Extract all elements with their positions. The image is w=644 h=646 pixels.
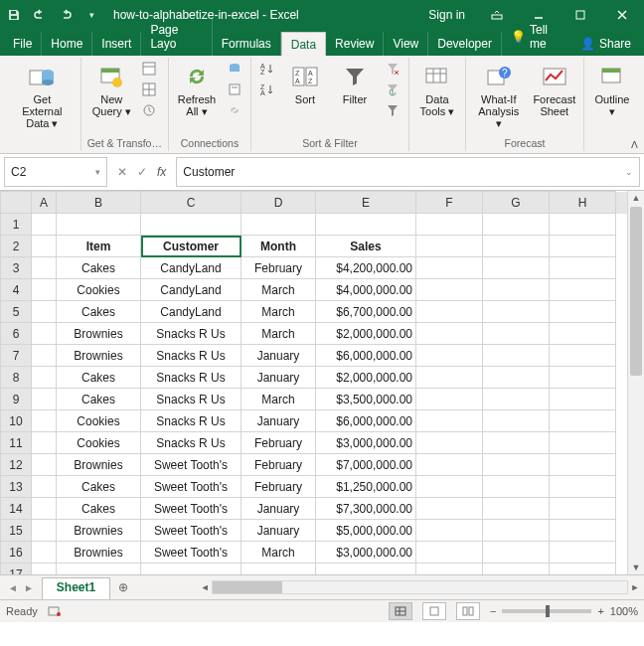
cell-C2[interactable]: Customer	[141, 236, 242, 257]
col-header-E[interactable]: E	[316, 192, 416, 214]
connections-button[interactable]	[225, 60, 244, 78]
cell-C14[interactable]: Sweet Tooth's	[141, 498, 242, 520]
tab-insert[interactable]: Insert	[92, 32, 141, 56]
sheet-nav[interactable]: ◄►	[0, 575, 42, 599]
share-button[interactable]: 👤Share	[571, 32, 640, 56]
row-header-17[interactable]: 17	[1, 564, 32, 575]
cell-A2[interactable]	[32, 236, 57, 257]
cell-G10[interactable]	[483, 410, 550, 432]
cell-F15[interactable]	[416, 520, 483, 542]
close-icon[interactable]	[604, 1, 640, 29]
cell-A15[interactable]	[32, 520, 57, 542]
tab-formulas[interactable]: Formulas	[213, 32, 281, 56]
forecast-sheet-button[interactable]: Forecast Sheet	[532, 60, 577, 119]
cell-H10[interactable]	[550, 410, 616, 432]
cell-F10[interactable]	[416, 410, 483, 432]
cell-A14[interactable]	[32, 498, 57, 520]
cell-F7[interactable]	[416, 345, 483, 367]
cell-A7[interactable]	[32, 345, 57, 367]
reapply-button[interactable]	[383, 81, 402, 98]
cell-C10[interactable]: Snacks R Us	[141, 410, 242, 432]
cell-G16[interactable]	[483, 542, 550, 564]
cell-B5[interactable]: Cakes	[57, 301, 141, 323]
cell-F11[interactable]	[416, 432, 483, 454]
cell-D6[interactable]: March	[242, 323, 316, 345]
cell-F14[interactable]	[416, 498, 483, 520]
cell-C3[interactable]: CandyLand	[141, 257, 242, 279]
normal-view-button[interactable]	[389, 602, 412, 620]
cell-A11[interactable]	[32, 432, 57, 454]
page-break-view-button[interactable]	[456, 602, 480, 620]
outline-button[interactable]: Outline ▾	[590, 60, 634, 119]
cell-A16[interactable]	[32, 542, 57, 564]
cell-D7[interactable]: January	[242, 345, 316, 367]
cell-D2[interactable]: Month	[242, 236, 316, 257]
cell-C16[interactable]: Sweet Tooth's	[141, 542, 242, 564]
cell-E10[interactable]: $6,000,000.00	[316, 410, 416, 432]
cell-D1[interactable]	[242, 214, 316, 236]
cell-E12[interactable]: $7,000,000.00	[316, 454, 416, 476]
cell-H12[interactable]	[550, 454, 616, 476]
show-queries-button[interactable]	[139, 60, 159, 78]
sheet-tab-1[interactable]: Sheet1	[42, 577, 110, 599]
zoom-out-button[interactable]: −	[490, 605, 496, 617]
cell-A4[interactable]	[32, 279, 57, 301]
col-header-C[interactable]: C	[141, 192, 242, 214]
cell-H6[interactable]	[550, 323, 616, 345]
vertical-scrollbar[interactable]: ▲ ▼	[627, 191, 644, 574]
cell-E7[interactable]: $6,000,000.00	[316, 345, 416, 367]
cell-D11[interactable]: February	[242, 432, 316, 454]
cell-F16[interactable]	[416, 542, 483, 564]
col-header-corner[interactable]	[1, 192, 32, 214]
cell-G13[interactable]	[483, 476, 550, 498]
zoom-in-button[interactable]: +	[597, 605, 603, 617]
cell-F1[interactable]	[416, 214, 483, 236]
cell-C5[interactable]: CandyLand	[141, 301, 242, 323]
cell-B2[interactable]: Item	[57, 236, 141, 257]
cell-D14[interactable]: January	[242, 498, 316, 520]
cell-B6[interactable]: Brownies	[57, 323, 141, 345]
cell-A6[interactable]	[32, 323, 57, 345]
cell-F17[interactable]	[416, 564, 483, 575]
cell-G8[interactable]	[483, 367, 550, 389]
qat-customize-icon[interactable]: ▾	[81, 5, 101, 25]
scroll-thumb[interactable]	[630, 207, 642, 376]
sign-in-link[interactable]: Sign in	[428, 8, 465, 22]
cell-A17[interactable]	[32, 564, 57, 575]
tab-home[interactable]: Home	[42, 32, 92, 56]
cell-B15[interactable]: Brownies	[57, 520, 141, 542]
chevron-down-icon[interactable]: ▾	[95, 167, 100, 177]
data-tools-button[interactable]: Data Tools ▾	[415, 60, 459, 119]
cell-F5[interactable]	[416, 301, 483, 323]
cell-C13[interactable]: Sweet Tooth's	[141, 476, 242, 498]
undo-icon[interactable]	[30, 5, 50, 25]
cell-H3[interactable]	[550, 257, 616, 279]
cell-H2[interactable]	[550, 236, 616, 257]
refresh-all-button[interactable]: Refresh All ▾	[175, 60, 219, 119]
col-header-G[interactable]: G	[483, 192, 550, 214]
cell-E3[interactable]: $4,200,000.00	[316, 257, 416, 279]
cell-D9[interactable]: March	[242, 389, 316, 410]
cell-G2[interactable]	[483, 236, 550, 257]
expand-icon[interactable]: ⌄	[625, 167, 633, 177]
cell-G3[interactable]	[483, 257, 550, 279]
cell-G14[interactable]	[483, 498, 550, 520]
properties-button[interactable]	[225, 81, 244, 98]
cell-H15[interactable]	[550, 520, 616, 542]
row-header-5[interactable]: 5	[1, 301, 32, 323]
row-header-14[interactable]: 14	[1, 498, 32, 520]
cell-H13[interactable]	[550, 476, 616, 498]
cell-D4[interactable]: March	[242, 279, 316, 301]
cell-F4[interactable]	[416, 279, 483, 301]
col-header-B[interactable]: B	[57, 192, 141, 214]
cell-D17[interactable]	[242, 564, 316, 575]
cell-G15[interactable]	[483, 520, 550, 542]
cell-F3[interactable]	[416, 257, 483, 279]
cell-F8[interactable]	[416, 367, 483, 389]
cell-C9[interactable]: Snacks R Us	[141, 389, 242, 410]
cell-E6[interactable]: $2,000,000.00	[316, 323, 416, 345]
cell-D8[interactable]: January	[242, 367, 316, 389]
filter-button[interactable]: Filter	[333, 60, 377, 107]
col-header-F[interactable]: F	[416, 192, 483, 214]
cell-E13[interactable]: $1,250,000.00	[316, 476, 416, 498]
